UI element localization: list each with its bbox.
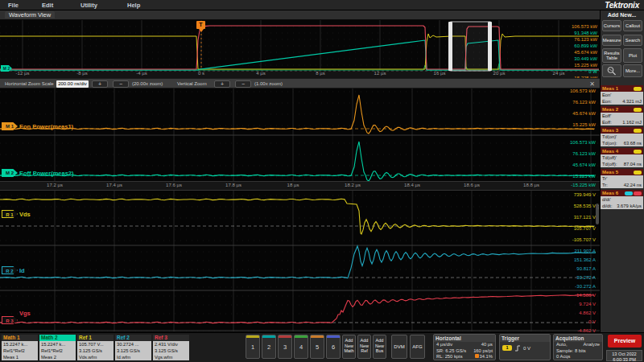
badge-info-line: 2.431 V/div [155,341,189,348]
overview-time-tick: 24 µs [547,71,571,76]
bottom-badge-ref1[interactable]: Ref 1 [77,335,114,341]
datetime-box[interactable]: 13 Oct 20226:00:33 PM [606,350,642,361]
meas-card-header[interactable]: Meas 2 [601,106,643,113]
trigger-panel[interactable]: Trigger10 V [499,334,551,360]
add-new-math-button[interactable]: Add New Math [342,335,356,359]
meas-line1: Td(off)' [602,154,642,161]
channel-button-3[interactable]: 3 [278,335,292,359]
zoom-box-right-handle[interactable] [488,22,492,71]
waveform-trace-idc [0,246,596,278]
h-zoom-scale-label: Horizontal Zoom Scale [5,81,54,86]
meas-label: Tr: [602,182,608,188]
meas-label: Td(off): [602,161,617,167]
meas-line2: Td(on):63.68 ns [602,140,642,146]
zoom-bar-close-icon[interactable]: ✕ [589,80,595,88]
zoom-time-tick: 18.8 µs [519,183,543,187]
meas-source-chip [634,150,642,154]
channel-number: 5 [311,338,324,357]
channel-button-4[interactable]: 4 [294,335,308,359]
meas-value: 63.68 ns [624,140,642,146]
menu-item-help[interactable]: Help [127,2,140,9]
channel-number: 2 [262,338,275,357]
v-zoom-minus-button[interactable]: − [235,80,251,88]
band-scale-label: 45.674 kW [554,162,596,167]
band-scale-label: 15.225 kW [554,174,596,179]
menu-item-utility[interactable]: Utility [80,2,97,9]
band-scale-label: 90.817 A [554,266,596,271]
meas-card-header[interactable]: Meas 5 [601,169,643,175]
add-new-ref-button[interactable]: Add New Ref [357,335,371,359]
sidebar-button-results-table[interactable]: Results Table [602,48,621,63]
h-zoom-scale-input[interactable]: 200.00 ns/div [56,80,89,88]
h-zoom-plus-button[interactable]: + [92,80,108,88]
channel-button-2[interactable]: 2 [262,335,276,359]
meas-value: 42.24 ns [624,182,642,188]
overview-time-tick: 4 µs [249,71,273,76]
overview-plot [0,20,600,78]
badge-info-line: 3.125 GS/s [79,348,114,354]
menu-item-file[interactable]: File [8,2,19,9]
sidebar-button-more-[interactable]: More... [623,64,642,77]
overview-time-tick: 12 µs [368,71,392,76]
trigger-caret-icon [199,29,204,32]
trigger-marker-icon[interactable]: T [196,21,205,29]
zoom-time-tick: 18 µs [281,183,305,187]
badge-info-line: 3.125 GS/s [117,348,151,354]
meas-card-body: Td(off)'Td(off):87.04 ns [601,154,643,167]
sidebar-button-cursors[interactable]: Cursors [602,20,621,31]
band-scale-label: 106.573 kW [554,88,596,93]
bottom-badge-math2[interactable]: Math 2 [39,335,76,341]
tab-waveform-view[interactable]: Waveform View [5,11,55,19]
meas-card-header[interactable]: Meas 3 [601,127,643,134]
meas-label: Eon: [602,98,612,105]
bottom-badge-math1[interactable]: Math 1 [2,335,38,341]
sidebar-button-measure[interactable]: Measure [602,35,621,46]
v-zoom-factor: (1.00x zoom) [254,81,283,86]
zoom-waveform-icon [606,66,617,76]
meas-value: 1.162 mJ [622,119,642,125]
menu-item-edit[interactable]: Edit [42,2,53,9]
sidebar-button-plot[interactable]: Plot [623,48,642,63]
band-scale-label: 211.907 A [554,249,596,253]
acquisition-cell: Sample: 8 bits [556,348,586,355]
zoom-box-left-handle[interactable] [448,22,452,71]
zoom-time-tick: 17.8 µs [221,183,246,187]
dvm-button[interactable]: DVM [391,335,407,359]
badge-info-line: Meas 2 [41,354,76,360]
h-zoom-minus-button[interactable]: − [113,80,129,88]
add-new-bus-button[interactable]: Add New Bus [373,335,386,359]
v-zoom-plus-button[interactable]: + [214,80,230,88]
badge-info-line: 3.125 GS/s [155,348,189,354]
horizontal-row: SR: 6.25 GS/s160 ps/pt [434,348,495,355]
horizontal-panel[interactable]: Horizontal4 µs/div40 µsSR: 6.25 GS/s160 … [433,334,496,360]
acquisition-panel[interactable]: AcquisitionAuto,AnalyzeSample: 8 bits0 A… [553,334,603,360]
channel-button-5[interactable]: 5 [310,335,324,359]
waveform-trace-m1 [0,95,594,134]
acquisition-cell: Analyze [583,342,600,348]
band-scale-label: -105.707 V [554,237,596,242]
meas-card-header[interactable]: Meas 6 [601,190,643,196]
brand-logo: Tektronix [605,1,639,10]
meas-card-header[interactable]: Meas 4 [601,148,643,154]
band-name-label: Eoff Power(meas2) [19,170,74,177]
channel-button-6[interactable]: 6 [326,335,341,359]
trigger-source-chip[interactable]: 1 [502,345,512,351]
meas-source-chip [634,191,642,195]
meas-card-header[interactable]: Meas 1 [601,85,643,92]
afg-button[interactable]: AFG [410,335,425,359]
bottom-badge-ref2[interactable]: Ref 2 [115,335,151,341]
bottom-badge-ref3[interactable]: Ref 3 [153,335,189,341]
zoom-selection-box[interactable] [451,22,490,71]
sidebar-button-callout[interactable]: Callout [623,20,642,31]
preview-button[interactable]: Preview [608,335,642,348]
overview-time-tick: 20 µs [487,71,511,76]
sidebar-button-zoom[interactable] [602,64,621,77]
meas-source-chip [634,171,642,175]
sidebar-button-search[interactable]: Search [623,35,642,46]
v-zoom-label: Vertical Zoom [177,81,207,86]
add-new-label: Add New... [600,12,644,18]
overview-scale-label: 76.123 kW [555,37,597,42]
meas-label: di/dt: [602,203,613,209]
sidebar-splitter-handle[interactable]: ⋮ [596,204,599,224]
channel-button-1[interactable]: 1 [246,335,260,359]
